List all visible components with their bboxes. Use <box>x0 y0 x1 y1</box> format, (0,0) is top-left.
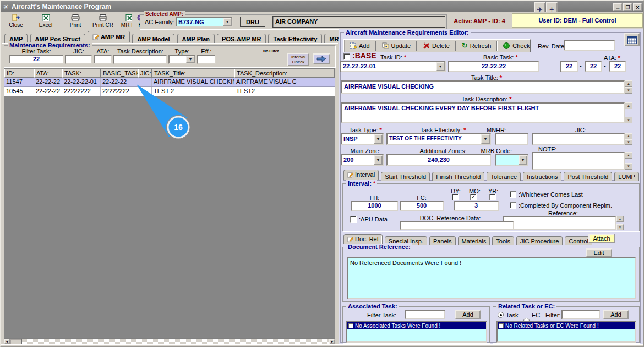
jic-spin-up-icon[interactable]: ▲ <box>625 133 632 139</box>
jic-spinner[interactable]: ▲ ▼ <box>625 133 632 145</box>
spin-up-icon[interactable]: ▲ <box>625 80 632 87</box>
add-zones-field[interactable]: 240,230 <box>386 154 491 166</box>
table-row[interactable]: 10545 22-22-22 22222222 22222222 TEST 2 … <box>4 87 335 96</box>
minimize-button[interactable]: _ <box>613 3 623 11</box>
ac-family-combo[interactable]: B737-NG ▼ <box>176 17 233 27</box>
scroll-thumb[interactable] <box>10 339 22 344</box>
note-scroll-down-icon[interactable]: ▼ <box>625 163 632 170</box>
dru-button[interactable]: DRU <box>240 17 265 27</box>
filter-type-dropdown-icon[interactable]: ▼ <box>186 56 195 63</box>
company-field[interactable]: AIR COMPANY <box>272 16 445 28</box>
row-checkbox[interactable] <box>348 323 353 328</box>
subtab-doc-ref[interactable]: Doc. Ref <box>343 234 383 244</box>
mrb-dropdown-icon[interactable]: ▼ <box>519 155 527 165</box>
fh-field[interactable]: 1000 <box>351 201 398 211</box>
related-filter-input[interactable] <box>561 310 600 319</box>
task-type-combo[interactable]: INSP ▼ <box>341 133 384 145</box>
ref-scroll-up-icon[interactable]: ▲ <box>616 216 624 222</box>
associated-filter-input[interactable] <box>405 310 445 319</box>
note-field[interactable] <box>532 152 625 170</box>
basic-task-field[interactable]: 22-22-22 <box>448 61 539 72</box>
delete-button[interactable]: Delete <box>418 40 454 51</box>
dy-checkbox[interactable] <box>452 194 459 200</box>
subtab-jic-procedure[interactable]: JIC Procedure <box>516 236 563 245</box>
mrb-code-combo[interactable]: ▼ <box>495 154 528 166</box>
main-zone-dropdown-icon[interactable]: ▼ <box>374 155 383 165</box>
jic-spin-down-icon[interactable]: ▼ <box>625 139 632 145</box>
filter-type-combo[interactable]: ▼ <box>168 55 196 64</box>
col-header-id[interactable]: ID: <box>4 69 34 78</box>
filter-desc-input[interactable] <box>113 55 167 64</box>
scroll-left-button[interactable]: ◄ <box>4 339 10 344</box>
subtab-interval[interactable]: Interval <box>343 170 379 180</box>
print-button[interactable]: Print <box>62 13 89 29</box>
table-h-scrollbar[interactable]: ◄ ► <box>4 339 335 344</box>
completed-checkbox[interactable] <box>510 202 516 209</box>
filter-task-input[interactable]: 22 <box>9 55 64 64</box>
task-desc-scrollbar[interactable]: ▲ ▼ <box>625 102 632 123</box>
task-desc-field[interactable]: AIRFRAME VISUAL CHECKING EVERY DAY BEFOR… <box>341 102 625 123</box>
calendar-button[interactable] <box>624 33 640 46</box>
print-cr-button[interactable]: Print CR <box>90 13 116 29</box>
excel-button[interactable]: Excel <box>32 13 59 29</box>
fc-field[interactable]: 500 <box>400 201 444 211</box>
task-radio[interactable] <box>498 312 504 318</box>
close-window-button[interactable]: × <box>633 3 642 11</box>
desc-scroll-up-icon[interactable]: ▲ <box>625 102 632 109</box>
related-empty-row[interactable]: No Related Tasks or EC Were Found ! <box>498 322 635 329</box>
filter-ata-input[interactable] <box>94 55 112 64</box>
subtab-lump[interactable]: LUMP <box>614 172 639 181</box>
note-scroll-up-icon[interactable]: ▲ <box>625 152 632 159</box>
update-button[interactable]: Update <box>378 40 415 51</box>
subtab-post-threshold[interactable]: Post Threshold <box>564 172 612 181</box>
task-id-combo[interactable]: 22-22-22-01 ▼ <box>340 61 446 72</box>
interval-check-button[interactable]: Interval Check <box>287 53 309 66</box>
subtab-panels[interactable]: Panels <box>429 236 456 245</box>
subtab-tolerance[interactable]: Tolerance <box>487 172 521 181</box>
related-task-list[interactable]: No Related Tasks or EC Were Found ! <box>496 321 636 343</box>
subtab-tools[interactable]: Tools <box>492 236 514 245</box>
task-eff-dropdown-icon[interactable]: ▼ <box>481 134 490 144</box>
jic-field[interactable] <box>532 133 625 145</box>
spin-down-icon[interactable]: ▼ <box>625 87 632 94</box>
ata-box-2[interactable]: 22 <box>585 61 602 72</box>
subtab-instructions[interactable]: Instructions <box>523 172 561 181</box>
filter-jic-input[interactable] <box>65 55 92 64</box>
reference-field[interactable] <box>503 216 616 230</box>
row-checkbox[interactable] <box>499 323 504 328</box>
tab-task-effectivity[interactable]: Task Effectivity <box>268 34 322 44</box>
edit-button[interactable]: Edit <box>586 248 612 257</box>
whichever-checkbox[interactable] <box>510 191 516 198</box>
col-header-task[interactable]: TASK: <box>62 69 101 78</box>
add-button[interactable]: Add <box>345 40 374 51</box>
ac-family-dropdown-icon[interactable]: ▼ <box>223 18 232 26</box>
subtab-start-threshold[interactable]: Start Threshold <box>381 172 430 181</box>
associated-empty-row[interactable]: No Associated Tasks Were Found ! <box>347 322 486 329</box>
base-checkbox[interactable] <box>343 53 350 60</box>
apu-checkbox[interactable] <box>350 216 357 223</box>
main-zone-combo[interactable]: 200 ▼ <box>341 154 384 166</box>
subtab-finish-threshold[interactable]: Finish Threshold <box>432 172 484 181</box>
related-add-button[interactable]: Add <box>603 310 629 319</box>
task-id-dropdown-icon[interactable]: ▼ <box>436 62 445 71</box>
rev-date-input[interactable] <box>564 40 615 51</box>
col-header-jic[interactable]: JIC: <box>138 69 152 78</box>
note-scrollbar[interactable]: ▲ ▼ <box>625 152 632 170</box>
task-type-dropdown-icon[interactable]: ▼ <box>374 134 383 144</box>
months-field[interactable]: 3 <box>454 201 499 211</box>
task-title-spinner[interactable]: ▲ ▼ <box>625 80 632 94</box>
tab-amp-plan[interactable]: AMP Plan <box>177 34 215 44</box>
close-button[interactable]: Close <box>3 13 29 29</box>
document-reference-list[interactable]: No Referenced Documents Were Found ! <box>347 257 636 299</box>
tab-amp-model[interactable]: AMP Model <box>132 34 174 44</box>
refresh-button[interactable]: ↻ Refresh <box>457 40 495 51</box>
go-arrow-button[interactable] <box>313 53 330 64</box>
attach-button[interactable]: Attach <box>588 234 615 243</box>
ref-scroll-down-icon[interactable]: ▼ <box>616 224 624 230</box>
subtab-materials[interactable]: Materials <box>458 236 490 245</box>
tab-pos-amp-mr[interactable]: POS-AMP MR <box>217 34 266 44</box>
yr-checkbox[interactable] <box>489 194 496 200</box>
task-eff-combo[interactable]: TEST OF THE EFFECTIVITY ▼ <box>386 133 491 145</box>
ata-box-1[interactable]: 22 <box>560 61 578 72</box>
doc-ref-data-field[interactable] <box>400 221 514 230</box>
